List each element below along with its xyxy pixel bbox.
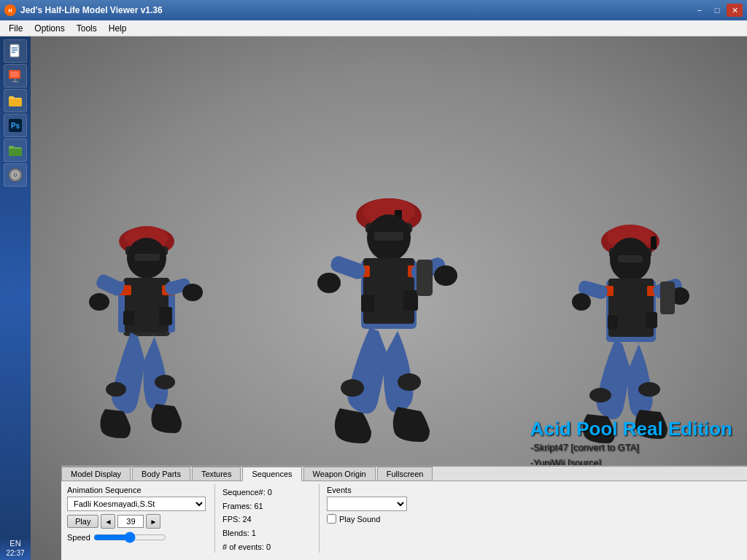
menu-help[interactable]: Help: [103, 22, 133, 35]
play-sound-checkbox[interactable]: [327, 514, 336, 524]
bottom-panel: Model Display Body Parts Textures Sequen…: [61, 465, 747, 560]
tab-model-display[interactable]: Model Display: [61, 467, 131, 481]
svg-rect-5: [12, 52, 15, 53]
taskbar-icon-doc[interactable]: [4, 39, 27, 63]
svg-text:Ps: Ps: [11, 122, 20, 130]
menu-file[interactable]: File: [3, 22, 28, 35]
svg-rect-71: [660, 281, 675, 314]
svg-rect-50: [361, 295, 374, 312]
svg-point-48: [341, 379, 364, 397]
svg-point-15: [15, 174, 16, 176]
locale-indicator[interactable]: EN: [0, 539, 31, 548]
main-layout: Ps: [0, 36, 747, 560]
title-bar-left: H Jed's Half-Life Model Viewer v1.36: [4, 4, 163, 16]
taskbar-icon-folder[interactable]: [4, 89, 27, 112]
play-sound-label: Play Sound: [339, 515, 380, 524]
events-section: Events Play Sound: [324, 484, 419, 553]
svg-rect-58: [618, 255, 643, 262]
seq-frames: Frames: 61: [222, 499, 311, 513]
svg-rect-32: [123, 311, 134, 325]
divider-1: [214, 484, 215, 553]
svg-rect-20: [134, 254, 160, 261]
svg-point-29: [182, 284, 203, 301]
svg-rect-69: [608, 315, 618, 330]
playback-controls: Play ◄ ►: [67, 514, 207, 529]
svg-point-28: [89, 293, 109, 311]
svg-point-67: [589, 388, 611, 402]
svg-point-30: [106, 382, 126, 397]
tab-fullscreen[interactable]: Fullscreen: [377, 467, 433, 481]
svg-point-49: [398, 373, 421, 391]
divider-2: [319, 484, 320, 553]
svg-point-65: [572, 293, 591, 311]
tab-body-parts[interactable]: Body Parts: [132, 467, 190, 481]
speed-label: Speed: [67, 533, 90, 542]
prev-frame-button[interactable]: ◄: [101, 514, 115, 529]
seq-info: Sequence#: 0 Frames: 61 FPS: 24 Blends: …: [222, 486, 311, 553]
clock-display: 22:37: [0, 549, 31, 557]
overlay-title: Acid Pool Real Edition: [530, 418, 732, 440]
credit-1: -Skript47 [convert to GTA]: [530, 440, 732, 456]
anim-section-label: Animation Sequence: [67, 486, 207, 494]
events-label: Events: [327, 486, 416, 494]
svg-rect-39: [374, 232, 403, 241]
menu-tools[interactable]: Tools: [71, 22, 103, 35]
svg-rect-56: [651, 236, 657, 249]
anim-section: Animation Sequence Fadli Koesmayadi,S.St…: [64, 484, 210, 553]
close-button[interactable]: ✕: [727, 4, 743, 17]
title-bar: H Jed's Half-Life Model Viewer v1.36 − □…: [0, 0, 747, 20]
svg-rect-52: [417, 260, 433, 296]
speed-section: Speed: [67, 532, 207, 543]
svg-rect-70: [646, 312, 657, 328]
menu-options[interactable]: Options: [28, 22, 70, 35]
svg-text:H: H: [8, 8, 12, 13]
tab-weapon-origin[interactable]: Weapon Origin: [303, 467, 376, 481]
seq-events: # of events: 0: [222, 540, 311, 554]
frame-input[interactable]: [117, 515, 144, 528]
svg-rect-3: [12, 47, 18, 49]
tab-textures[interactable]: Textures: [192, 467, 241, 481]
app-title: Jed's Half-Life Model Viewer v1.36: [20, 5, 163, 15]
svg-rect-7: [10, 71, 19, 77]
events-dropdown[interactable]: [327, 497, 407, 511]
svg-point-31: [155, 375, 175, 389]
panel-content: Animation Sequence Fadli Koesmayadi,S.St…: [61, 481, 747, 556]
taskbar-icon-presentation[interactable]: [4, 64, 27, 88]
taskbar-icon-folder2[interactable]: [4, 139, 27, 162]
tab-sequences[interactable]: Sequences: [242, 467, 301, 481]
play-sound-row: Play Sound: [327, 514, 416, 524]
svg-rect-33: [159, 307, 172, 325]
seq-fps: FPS: 24: [222, 513, 311, 526]
maximize-button[interactable]: □: [709, 4, 725, 17]
seq-number: Sequence#: 0: [222, 486, 311, 499]
svg-point-68: [638, 382, 660, 397]
speed-slider[interactable]: [93, 532, 166, 543]
play-button[interactable]: Play: [67, 515, 98, 528]
taskbar-icon-disc[interactable]: [4, 163, 27, 187]
taskbar: Ps: [0, 36, 31, 560]
svg-point-46: [317, 273, 341, 293]
taskbar-icon-photoshop[interactable]: Ps: [4, 114, 27, 137]
seq-blends: Blends: 1: [222, 526, 311, 540]
anim-dropdown[interactable]: Fadli Koesmayadi,S.St: [67, 497, 206, 511]
next-frame-button[interactable]: ►: [146, 514, 160, 529]
svg-rect-51: [403, 290, 418, 311]
minimize-button[interactable]: −: [692, 4, 708, 17]
window-controls: − □ ✕: [692, 4, 743, 17]
app-icon: H: [4, 4, 16, 16]
seq-section: Sequence#: 0 Frames: 61 FPS: 24 Blends: …: [220, 484, 314, 553]
menu-bar: File Options Tools Help: [0, 20, 747, 36]
svg-rect-4: [12, 50, 18, 51]
svg-point-47: [434, 265, 457, 286]
system-tray: EN 22:37: [0, 536, 31, 560]
tab-bar: Model Display Body Parts Textures Sequen…: [61, 467, 747, 481]
